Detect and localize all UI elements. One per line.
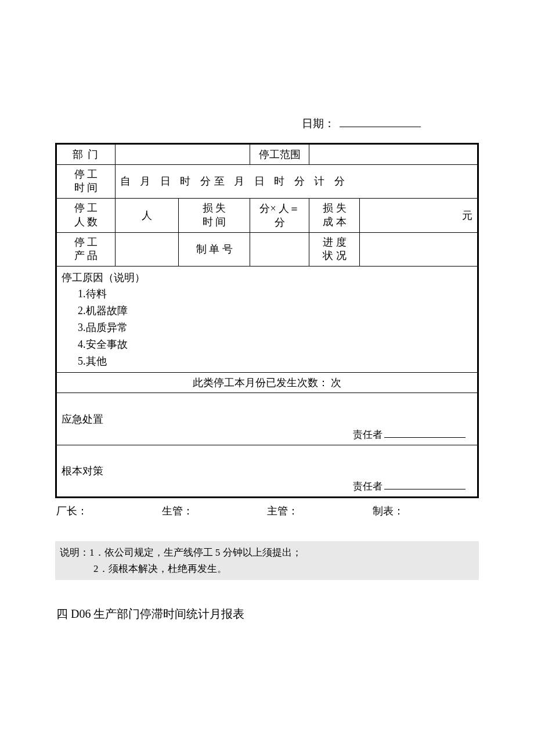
reasons-section[interactable]: 停工原因（说明） 1.待料 2.机器故障 3.品质异常 4.安全事故 5.其他	[56, 266, 478, 373]
reason-3: 3.品质异常	[62, 319, 472, 336]
root-cause-label: 根本对策	[62, 464, 472, 478]
date-header: 日期：	[55, 116, 479, 131]
emergency-responsible: 责任者	[353, 428, 466, 441]
loss-time-label: 损 失时 间	[178, 198, 250, 232]
sign-preparer[interactable]: 制表：	[373, 504, 478, 518]
progress-value[interactable]	[360, 232, 478, 266]
reason-2: 2.机器故障	[62, 303, 472, 319]
order-no-value[interactable]	[250, 232, 309, 266]
stop-range-label: 停工范围	[250, 144, 309, 165]
sign-production[interactable]: 生管：	[162, 504, 268, 518]
monthly-count-row: 此类停工本月份已发生次数： 次	[56, 373, 478, 393]
loss-cost-label: 损 失成 本	[309, 198, 360, 232]
sign-supervisor[interactable]: 主管：	[267, 504, 373, 518]
root-cause-section[interactable]: 根本对策 责任者	[56, 445, 478, 498]
notes-section: 说明：1．依公司规定，生产线停工 5 分钟以上须提出； 2．须根本解决，杜绝再发…	[55, 541, 479, 579]
progress-label: 进 度状 况	[309, 232, 360, 266]
stop-people-label: 停 工人 数	[56, 198, 116, 232]
sign-factory[interactable]: 厂长：	[56, 504, 162, 518]
order-no-label: 制 单 号	[178, 232, 250, 266]
loss-cost-value[interactable]: 元	[360, 198, 478, 232]
reason-5: 5.其他	[62, 353, 472, 370]
stop-time-label: 停 工时 间	[56, 165, 116, 199]
emergency-section[interactable]: 应急处置 责任者	[56, 393, 478, 445]
next-form-title: 四 D06 生产部门停滞时间统计月报表	[55, 606, 479, 622]
emergency-label: 应急处置	[62, 412, 472, 426]
department-label: 部 门	[56, 144, 116, 165]
department-value[interactable]	[115, 144, 250, 165]
stop-range-value[interactable]	[309, 144, 478, 165]
date-label: 日期：	[302, 117, 335, 129]
reasons-title: 停工原因（说明）	[62, 269, 472, 286]
date-blank[interactable]	[340, 127, 421, 127]
notes-line-1: 说明：1．依公司规定，生产线停工 5 分钟以上须提出；	[60, 545, 474, 560]
stop-product-label: 停 工产 品	[56, 232, 116, 266]
stop-time-value[interactable]: 自 月 日 时 分至 月 日 时 分 计 分	[115, 165, 478, 199]
signature-row: 厂长： 生管： 主管： 制表：	[55, 504, 479, 518]
reason-1: 1.待料	[62, 286, 472, 303]
root-cause-responsible-blank[interactable]	[384, 489, 466, 489]
notes-line-2: 2．须根本解决，杜绝再发生。	[60, 561, 474, 577]
reason-4: 4.安全事故	[62, 336, 472, 353]
emergency-responsible-blank[interactable]	[384, 437, 466, 438]
stop-people-value[interactable]: 人	[115, 198, 178, 232]
main-form-table: 部 门 停工范围 停 工时 间 自 月 日 时 分至 月 日 时 分 计 分 停…	[55, 143, 479, 498]
stop-product-value[interactable]	[115, 232, 178, 266]
loss-calc-value[interactable]: 分× 人＝ 分	[250, 198, 309, 232]
root-cause-responsible: 责任者	[353, 480, 466, 493]
